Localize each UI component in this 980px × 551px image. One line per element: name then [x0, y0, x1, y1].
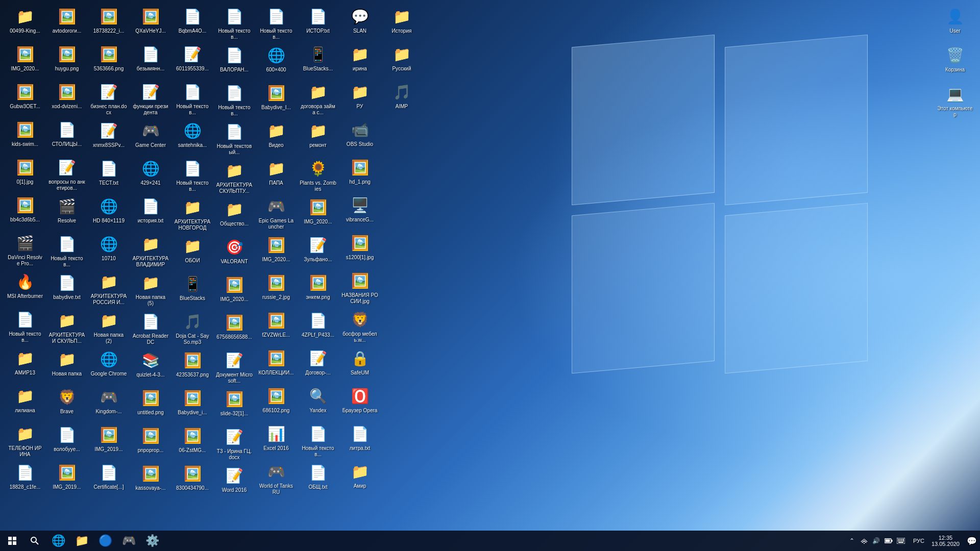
desktop-icon-arhit-skulptu[interactable]: 📁 АРХИТЕКТУРА СКУЛЬПТУ...	[214, 159, 255, 196]
desktop-icon-istoriya-txt[interactable]: 📄 история.txt	[130, 194, 171, 231]
desktop-icon-test-txt[interactable]: 📄 ТЕСТ.txt	[88, 157, 129, 193]
desktop-icon-quizlet[interactable]: 📚 quizlet-4-3...	[130, 348, 171, 385]
desktop-icon-babydive-txt[interactable]: 📄 babydive.txt	[46, 271, 87, 308]
desktop-icon-volobuye[interactable]: 📄 волобуye...	[46, 423, 87, 460]
desktop-icon-xnmx8sspv[interactable]: 📝 xnmx8SSPv...	[88, 119, 129, 156]
desktop-icon-new-txt-3[interactable]: 📄 Новый текстов...	[172, 80, 213, 118]
desktop-icon-google-chrome[interactable]: 🌐 Google Chrome	[88, 347, 129, 384]
desktop-icon-msi-afterburner[interactable]: 🔥 MSI Afterburner	[5, 270, 45, 307]
desktop-icon-img_2020_1[interactable]: 🖼️ IMG_2020...	[5, 42, 45, 79]
desktop-icon-42353637[interactable]: 🖼️ 42353637.png	[172, 348, 213, 385]
desktop-icon-qxavheyv[interactable]: 🖼️ QXaVHeYJ...	[130, 5, 171, 41]
desktop-icon-russky[interactable]: 📁 Русский	[381, 42, 422, 79]
desktop-icon-kingdom[interactable]: 🎮 Kingdom-...	[88, 385, 129, 422]
taskbar-app-steam[interactable]: 🎮	[117, 531, 140, 550]
desktop-icon-vibranceg[interactable]: 🖥️ vibranceG...	[339, 193, 380, 230]
desktop-icon-gubw3oet[interactable]: 🖼️ Gubw3OET...	[5, 80, 45, 117]
desktop-icon-img_2020_3[interactable]: 🖼️ IMG_2020...	[256, 233, 297, 270]
desktop-icon-davinci[interactable]: 🎬 DaVinci Resolve Pro...	[5, 231, 45, 269]
desktop-icon-obshest[interactable]: 📁 Общество...	[214, 197, 255, 234]
desktop-icon-kollekcii[interactable]: 🖼️ КОЛЛЕКЦИИ...	[256, 346, 297, 383]
desktop-icon-epic-games[interactable]: 🎮 Epic Games Launcher	[256, 194, 297, 232]
desktop-icon-doja-cat[interactable]: 🎵 Doja Cat - Say So.mp3	[172, 310, 213, 347]
desktop-icon-new-txt-5[interactable]: 📄 Новый текстов...	[214, 5, 255, 42]
tray-speaker[interactable]: 🔊	[871, 536, 881, 546]
desktop-icon-obshch-txt[interactable]: 📄 ОБЩ.txt	[298, 461, 338, 497]
desktop-icon-new-txt-4[interactable]: 📄 Новый текстов...	[172, 157, 213, 194]
desktop-icon-valorant[interactable]: 🎯 VALORANT	[214, 235, 255, 272]
desktop-icon-new-folder-5[interactable]: 📁 Новая папка (5)	[130, 271, 171, 309]
start-button[interactable]	[0, 531, 24, 551]
tray-keyboard[interactable]	[896, 536, 906, 546]
desktop-icon-fzvzwrle[interactable]: 🖼️ fZVZWrLE...	[256, 309, 297, 345]
desktop-icon-xod-dvizeni[interactable]: 🖼️ xod-dvizeni...	[46, 80, 87, 117]
desktop-icon-686102[interactable]: 🖼️ 686102.png	[256, 384, 297, 421]
desktop-icon-img_2019_2[interactable]: 🖼️ IMG_2019...	[88, 423, 129, 460]
desktop-icon-amir13[interactable]: 📁 АМИР13	[5, 346, 45, 383]
desktop-icon-excel-2016[interactable]: 📊 Excel 2016	[256, 422, 297, 459]
desktop-icon-voprosy[interactable]: 📝 вопросы по анкетиров...	[46, 156, 87, 193]
desktop-icon-t3-irina[interactable]: 📝 Т3 - Ирина ГЦ.docx	[214, 425, 255, 463]
desktop-icon-600x400[interactable]: 🌐 600×400	[256, 43, 297, 80]
desktop-icon-untitled-png[interactable]: 🖼️ untitled.png	[130, 386, 171, 423]
search-button[interactable]	[24, 531, 45, 551]
desktop-icon-yandex[interactable]: 🔍 Yandex	[298, 384, 338, 421]
desktop-right-icon-korzina[interactable]: 🗑️ Корзина	[935, 43, 975, 80]
desktop-icon-liliana[interactable]: 📁 лилиана	[5, 384, 45, 421]
desktop-icon-arhit-russia[interactable]: 📁 АРХИТЕКТУРА РОССИЯ И...	[88, 270, 129, 308]
desktop-icon-video[interactable]: 📁 Видео	[256, 119, 297, 156]
desktop-icon-bluestacks[interactable]: 📱 BlueStacks	[172, 272, 213, 309]
desktop-icon-hd1-png[interactable]: 🖼️ hd_1.png	[339, 156, 380, 192]
desktop-icon-new-txt-2[interactable]: 📄 Новый текстов...	[46, 232, 87, 270]
desktop-icon-arhit-vladimir[interactable]: 📁 АРХИТЕКТУРА ВЛАДИМИР	[130, 232, 171, 270]
desktop-icon-irina[interactable]: 📁 ирина	[339, 42, 380, 79]
desktop-icon-word-2016[interactable]: 📝 Word 2016	[214, 464, 255, 500]
desktop-icon-8300434790[interactable]: 🖼️ 8300434790...	[172, 462, 213, 498]
desktop-icon-papa[interactable]: 📁 ПАПА	[256, 157, 297, 193]
desktop-icon-world-of-tanks[interactable]: 🎮 World of Tanks RU	[256, 460, 297, 497]
desktop-icon-stolicy[interactable]: 📄 СТОЛИЦЫ...	[46, 118, 87, 155]
desktop-icon-4zplf-p433[interactable]: 📄 4ZPLf_P433...	[298, 309, 338, 345]
desktop-icon-6011955339[interactable]: 📝 6011955339...	[172, 42, 213, 79]
desktop-icon-00499-king[interactable]: 📁 00499-King...	[5, 5, 45, 41]
desktop-icon-zulfano[interactable]: 📝 Зульфано...	[298, 233, 338, 270]
desktop-icon-06-zstmg[interactable]: 🖼️ 06-ZstMG...	[172, 424, 213, 461]
system-clock[interactable]: 12:35 13.05.2020	[927, 535, 964, 547]
desktop-icon-dogovor[interactable]: 📝 Договор-...	[298, 346, 338, 383]
desktop-icon-remont[interactable]: 📁 ремонт	[298, 119, 338, 156]
desktop-icon-0-1-jpg[interactable]: 🖼️ 0[1].jpg	[5, 156, 45, 192]
desktop-icon-babydive-i[interactable]: 🖼️ Babydive_i...	[172, 386, 213, 423]
desktop-icon-bb4c3d6b5[interactable]: 🖼️ bb4c3d6b5...	[5, 193, 45, 230]
notification-center[interactable]: 💬	[964, 531, 980, 551]
taskbar-app-explorer[interactable]: 📁	[70, 531, 93, 550]
desktop-icon-5363666[interactable]: 🖼️ 5363666.png	[88, 42, 129, 79]
desktop-icon-new-txt-7[interactable]: 📄 Новый текстов...	[256, 5, 297, 42]
desktop-icon-bosfour[interactable]: 🦁 босфор мебель.w...	[339, 308, 380, 345]
desktop-icon-avtodorog[interactable]: 🖼️ avtodoroги...	[46, 5, 87, 41]
desktop-icon-s1200-1[interactable]: 🖼️ s1200[1].jpg	[339, 231, 380, 268]
desktop-icon-18738222[interactable]: 🖼️ 18738222_i...	[88, 5, 129, 41]
desktop-icon-bluestacks2[interactable]: 📱 BlueStacks...	[298, 42, 338, 79]
desktop-icon-dogovor-zaima[interactable]: 📁 договора займа с...	[298, 80, 338, 118]
desktop-icon-slide-32[interactable]: 🖼️ slide-32[1]...	[214, 387, 255, 424]
desktop-right-icon-etot-komputer[interactable]: 💻 Этот компьютер	[935, 82, 975, 120]
desktop-icon-litra-txt[interactable]: 📄 литра.txt	[339, 422, 380, 459]
desktop-icon-slan[interactable]: 💬 SLAN	[339, 5, 380, 41]
desktop-icon-plants-vs-zombies[interactable]: 🌻 Plants vs. Zombies	[298, 157, 338, 194]
desktop-icon-new-txt-val[interactable]: 📄 Новый текстовый...	[214, 120, 255, 158]
desktop-icon-kassovaya[interactable]: 🖼️ kassovaya-...	[130, 462, 171, 498]
desktop-icon-safeUM[interactable]: 🔒 SafeUM	[339, 346, 380, 383]
desktop-right-icon-user[interactable]: 👤 User	[935, 5, 975, 41]
desktop-icon-dokument-ms[interactable]: 📝 Документ Microsoft...	[214, 348, 255, 386]
desktop-icon-bezimyann[interactable]: 📄 безымянн...	[130, 42, 171, 79]
desktop-icon-istor-txt[interactable]: 📄 ИСТОР.txt	[298, 5, 338, 41]
desktop-icon-oboi[interactable]: 📁 ОБОИ	[172, 234, 213, 271]
desktop-icon-huygu-png[interactable]: 🖼️ huygu.png	[46, 42, 87, 79]
desktop-icon-hd840[interactable]: 🌐 HD 840×1119	[88, 194, 129, 231]
desktop-icon-429x241[interactable]: 🌐 429×241	[130, 157, 171, 193]
desktop-icon-new-txt-1[interactable]: 📄 Новый текстов...	[5, 308, 45, 345]
tray-battery[interactable]	[884, 536, 894, 546]
desktop-icon-russie-2[interactable]: 🖼️ russie_2.jpg	[256, 271, 297, 308]
desktop-icon-pnpoprop[interactable]: 🖼️ pnpoprop...	[130, 424, 171, 461]
desktop-icon-img_2020_2[interactable]: 🖼️ IMG_2020...	[214, 273, 255, 310]
